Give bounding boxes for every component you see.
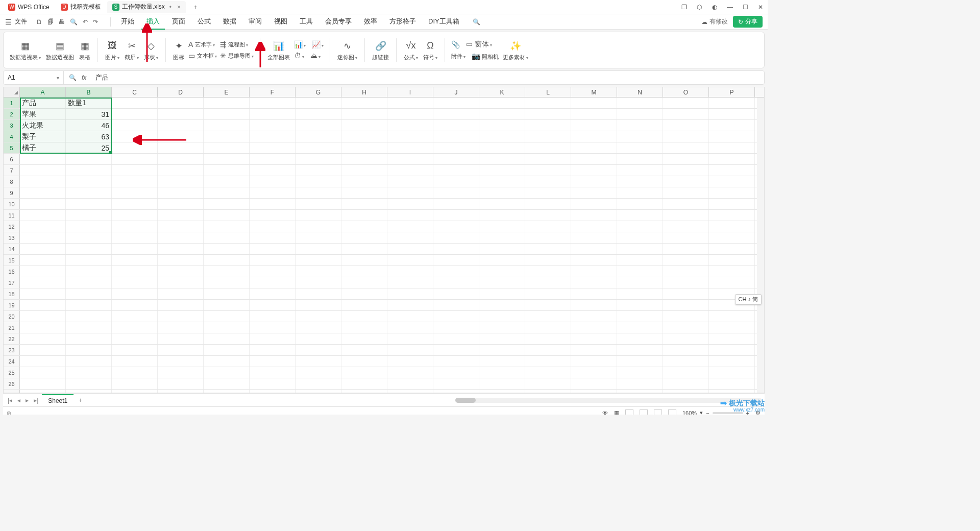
cell-E23[interactable] xyxy=(204,345,250,355)
menu-tab-数据[interactable]: 数据 xyxy=(218,14,241,30)
col-header-M[interactable]: M xyxy=(571,87,617,97)
cell-N21[interactable] xyxy=(617,322,663,333)
chevron-down-icon[interactable]: ▾ xyxy=(700,409,703,415)
row-header-18[interactable]: 18 xyxy=(4,288,20,299)
row-header-19[interactable]: 19 xyxy=(4,300,20,310)
cell-B20[interactable] xyxy=(66,311,112,322)
cell-M21[interactable] xyxy=(571,322,617,333)
cell-B5[interactable]: 25 xyxy=(66,142,112,153)
cell-I5[interactable] xyxy=(387,142,433,153)
cell-J12[interactable] xyxy=(433,221,479,232)
cell-D27[interactable] xyxy=(158,390,204,393)
cell-L12[interactable] xyxy=(525,221,571,232)
cell-E11[interactable] xyxy=(204,210,250,221)
cell-N18[interactable] xyxy=(617,288,663,299)
cell-G26[interactable] xyxy=(296,378,341,389)
cell-A13[interactable] xyxy=(20,232,66,243)
cell-E8[interactable] xyxy=(204,176,250,187)
cell-A5[interactable]: 橘子 xyxy=(20,142,66,153)
cell-L2[interactable] xyxy=(525,109,571,119)
cell-L24[interactable] xyxy=(525,356,571,367)
cell-C11[interactable] xyxy=(112,210,158,221)
cell-O24[interactable] xyxy=(663,356,709,367)
cell-A23[interactable] xyxy=(20,345,66,355)
cell-B2[interactable]: 31 xyxy=(66,109,112,119)
cell-M10[interactable] xyxy=(571,199,617,209)
pending-edit-badge[interactable]: ☁ 有修改 xyxy=(701,17,728,26)
cell-H10[interactable] xyxy=(341,199,387,209)
cell-O10[interactable] xyxy=(663,199,709,209)
cell-P23[interactable] xyxy=(709,345,755,355)
cell-O2[interactable] xyxy=(663,109,709,119)
cell-O11[interactable] xyxy=(663,210,709,221)
row-header-1[interactable]: 1 xyxy=(4,98,20,108)
qat-5[interactable]: ↷ xyxy=(93,18,98,26)
cell-N7[interactable] xyxy=(617,165,663,176)
cell-D1[interactable] xyxy=(158,98,204,108)
cell-K27[interactable] xyxy=(479,390,525,393)
menu-tab-工具[interactable]: 工具 xyxy=(295,14,318,30)
cell-K26[interactable] xyxy=(479,378,525,389)
cell-I27[interactable] xyxy=(387,390,433,393)
table-button[interactable]: ▦表格 xyxy=(78,39,91,61)
cell-C13[interactable] xyxy=(112,232,158,243)
screenshot-button[interactable]: ✂截屏 xyxy=(124,39,140,61)
cell-N14[interactable] xyxy=(617,244,663,254)
cell-F15[interactable] xyxy=(250,255,296,266)
cell-I18[interactable] xyxy=(387,288,433,299)
cell-J20[interactable] xyxy=(433,311,479,322)
cell-A9[interactable] xyxy=(20,187,66,198)
cell-I17[interactable] xyxy=(387,277,433,288)
cell-J15[interactable] xyxy=(433,255,479,266)
cell-B1[interactable]: 数量1 xyxy=(66,98,112,108)
cell-N8[interactable] xyxy=(617,176,663,187)
row-header-13[interactable]: 13 xyxy=(4,232,20,243)
cell-J8[interactable] xyxy=(433,176,479,187)
menu-tab-审阅[interactable]: 审阅 xyxy=(243,14,267,30)
cell-H1[interactable] xyxy=(341,98,387,108)
status-left-icon[interactable]: ⎚ xyxy=(7,410,11,415)
cell-O15[interactable] xyxy=(663,255,709,266)
cell-G8[interactable] xyxy=(296,176,341,187)
cell-C25[interactable] xyxy=(112,367,158,378)
cell-G6[interactable] xyxy=(296,154,341,164)
cell-C2[interactable] xyxy=(112,109,158,119)
cell-O13[interactable] xyxy=(663,232,709,243)
cell-P5[interactable] xyxy=(709,142,755,153)
cell-E27[interactable] xyxy=(204,390,250,393)
pivot-table-button[interactable]: ▦数据透视表 xyxy=(9,39,42,61)
cell-H23[interactable] xyxy=(341,345,387,355)
row-header-26[interactable]: 26 xyxy=(4,378,20,389)
window-maximize-icon[interactable]: ☐ xyxy=(741,4,749,11)
cell-P25[interactable] xyxy=(709,367,755,378)
cell-D10[interactable] xyxy=(158,199,204,209)
cell-N24[interactable] xyxy=(617,356,663,367)
cell-M23[interactable] xyxy=(571,345,617,355)
cell-E17[interactable] xyxy=(204,277,250,288)
formula-input[interactable]: 产品 xyxy=(91,73,113,82)
cell-L19[interactable] xyxy=(525,300,571,310)
cell-F24[interactable] xyxy=(250,356,296,367)
cell-L1[interactable] xyxy=(525,98,571,108)
cell-K2[interactable] xyxy=(479,109,525,119)
col-header-B[interactable]: B xyxy=(66,87,112,97)
cell-G10[interactable] xyxy=(296,199,341,209)
cell-G23[interactable] xyxy=(296,345,341,355)
cell-N16[interactable] xyxy=(617,266,663,277)
cell-O17[interactable] xyxy=(663,277,709,288)
cell-B7[interactable] xyxy=(66,165,112,176)
sparkline-button[interactable]: ∿迷你图 xyxy=(336,39,358,61)
equation-button[interactable]: √x公式 xyxy=(403,39,419,61)
cell-L11[interactable] xyxy=(525,210,571,221)
cell-I19[interactable] xyxy=(387,300,433,310)
cell-H25[interactable] xyxy=(341,367,387,378)
cell-B13[interactable] xyxy=(66,232,112,243)
cell-L23[interactable] xyxy=(525,345,571,355)
cell-E1[interactable] xyxy=(204,98,250,108)
cell-C27[interactable] xyxy=(112,390,158,393)
cell-P26[interactable] xyxy=(709,378,755,389)
cell-O3[interactable] xyxy=(663,120,709,131)
ime-indicator[interactable]: CH ♪ 简 xyxy=(735,294,762,305)
cell-H5[interactable] xyxy=(341,142,387,153)
cell-K13[interactable] xyxy=(479,232,525,243)
